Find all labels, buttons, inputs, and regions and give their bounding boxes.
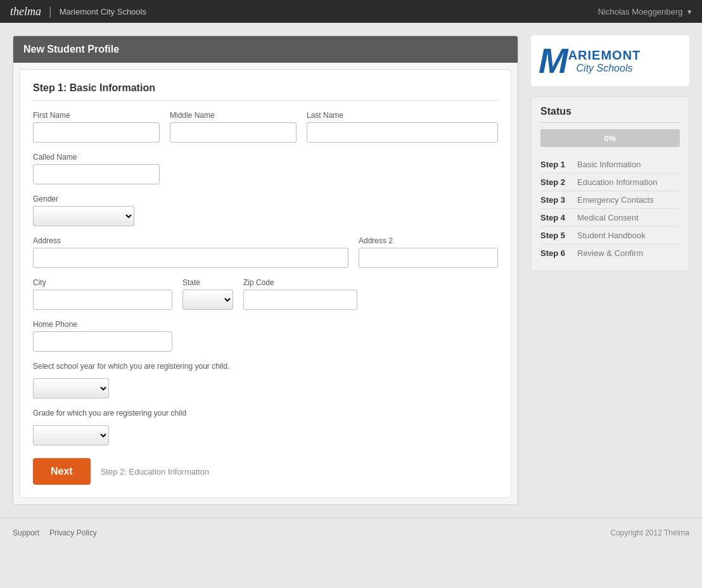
city-label: City: [33, 278, 172, 287]
status-title: Status: [540, 106, 680, 123]
grade-prompt: Grade for which you are registering your…: [33, 409, 186, 418]
privacy-link[interactable]: Privacy Policy: [49, 528, 97, 537]
step-item: Step 2Education Information: [540, 174, 680, 191]
home-phone-label: Home Phone: [33, 320, 172, 329]
top-navigation: thelma | Mariemont City Schools Nicholas…: [0, 0, 702, 23]
status-panel: Status 0% Step 1Basic InformationStep 2E…: [531, 96, 689, 271]
school-year-group: Select school year for which you are reg…: [33, 362, 229, 399]
called-name-input[interactable]: [33, 164, 160, 184]
gender-row: Gender Male Female: [33, 195, 498, 226]
first-name-label: First Name: [33, 111, 160, 120]
footer: Support Privacy Policy Copyright 2012 Th…: [0, 518, 702, 547]
address-row: Address Address 2: [33, 236, 498, 268]
grade-select[interactable]: K 1 2 3 4 5 6: [33, 425, 109, 445]
grade-group: Grade for which you are registering your…: [33, 409, 186, 445]
address2-label: Address 2: [359, 236, 498, 245]
step-name: Medical Consent: [577, 213, 639, 222]
address1-input[interactable]: [33, 248, 348, 268]
address2-group: Address 2: [359, 236, 498, 268]
address-label: Address: [33, 236, 348, 245]
first-name-group: First Name: [33, 111, 160, 143]
footer-links: Support Privacy Policy: [13, 528, 97, 537]
support-link[interactable]: Support: [13, 528, 39, 537]
step-number: Step 3: [540, 195, 572, 205]
next-button[interactable]: Next: [33, 458, 91, 485]
user-name: Nicholas Moeggenberg: [598, 7, 683, 16]
progress-label: 0%: [604, 134, 616, 143]
form-panel: New Student Profile Step 1: Basic Inform…: [13, 35, 518, 505]
logo-letter: M: [539, 43, 568, 79]
school-year-select[interactable]: 2012-2013 2013-2014: [33, 378, 109, 399]
step-number: Step 2: [540, 177, 572, 187]
gender-select[interactable]: Male Female: [33, 206, 134, 226]
address2-input[interactable]: [359, 248, 498, 268]
city-group: City: [33, 278, 172, 310]
step-name: Review & Confirm: [577, 248, 643, 258]
step-name: Basic Information: [577, 160, 641, 169]
next-step-label: Step 2: Education Information: [101, 467, 209, 476]
step-number: Step 1: [540, 160, 572, 169]
right-panel: M ARIEMONT City Schools Status 0% Step 1…: [531, 35, 689, 505]
form-header: New Student Profile: [13, 36, 518, 63]
zip-label: Zip Code: [243, 278, 357, 287]
step-item: Step 1Basic Information: [540, 156, 680, 174]
grade-row: Grade for which you are registering your…: [33, 409, 498, 445]
last-name-label: Last Name: [307, 111, 498, 120]
app-logo: thelma: [10, 5, 41, 18]
steps-list: Step 1Basic InformationStep 2Education I…: [540, 156, 680, 262]
step-name: Student Handbook: [577, 231, 646, 240]
middle-name-group: Middle Name: [170, 111, 297, 143]
nav-divider: |: [49, 5, 52, 18]
step-item: Step 3Emergency Contacts: [540, 191, 680, 209]
user-menu[interactable]: Nicholas Moeggenberg ▾: [596, 7, 692, 16]
school-year-prompt: Select school year for which you are reg…: [33, 362, 229, 371]
zip-group: Zip Code: [243, 278, 357, 310]
step-number: Step 5: [540, 231, 572, 240]
step-title: Step 1: Basic Information: [33, 82, 498, 101]
first-name-input[interactable]: [33, 122, 160, 143]
logo-brand: ARIEMONT: [568, 48, 641, 63]
page-title: New Student Profile: [23, 44, 119, 54]
step-number: Step 4: [540, 213, 572, 222]
middle-name-label: Middle Name: [170, 111, 297, 120]
step-name: Education Information: [577, 177, 657, 187]
copyright: Copyright 2012 Thelma: [610, 528, 689, 537]
home-phone-input[interactable]: [33, 331, 172, 352]
middle-name-input[interactable]: [170, 122, 297, 143]
logo-sub: City Schools: [568, 63, 641, 74]
last-name-input[interactable]: [307, 122, 498, 143]
last-name-group: Last Name: [307, 111, 498, 143]
called-name-row: Called Name: [33, 153, 498, 184]
state-label: State: [182, 278, 233, 287]
name-row: First Name Middle Name Last Name: [33, 111, 498, 143]
address1-group: Address: [33, 236, 348, 268]
state-select[interactable]: OH KY IN: [182, 290, 233, 310]
called-name-label: Called Name: [33, 153, 160, 162]
called-name-group: Called Name: [33, 153, 160, 184]
gender-label: Gender: [33, 195, 134, 203]
phone-row: Home Phone: [33, 320, 498, 352]
home-phone-group: Home Phone: [33, 320, 172, 352]
step-name: Emergency Contacts: [577, 195, 654, 205]
school-logo: M ARIEMONT City Schools: [531, 35, 689, 86]
next-area: Next Step 2: Education Information: [33, 458, 498, 485]
progress-bar: 0%: [540, 129, 680, 147]
school-name: Mariemont City Schools: [60, 7, 146, 16]
step-number: Step 6: [540, 248, 572, 258]
city-input[interactable]: [33, 290, 172, 310]
step-item: Step 6Review & Confirm: [540, 245, 680, 262]
gender-group: Gender Male Female: [33, 195, 134, 226]
school-year-row: Select school year for which you are reg…: [33, 362, 498, 399]
step-item: Step 5Student Handbook: [540, 227, 680, 245]
state-group: State OH KY IN: [182, 278, 233, 310]
zip-input[interactable]: [243, 290, 357, 310]
dropdown-arrow: ▾: [687, 7, 692, 16]
step-item: Step 4Medical Consent: [540, 209, 680, 227]
city-state-zip-row: City State OH KY IN Zip Code: [33, 278, 498, 310]
